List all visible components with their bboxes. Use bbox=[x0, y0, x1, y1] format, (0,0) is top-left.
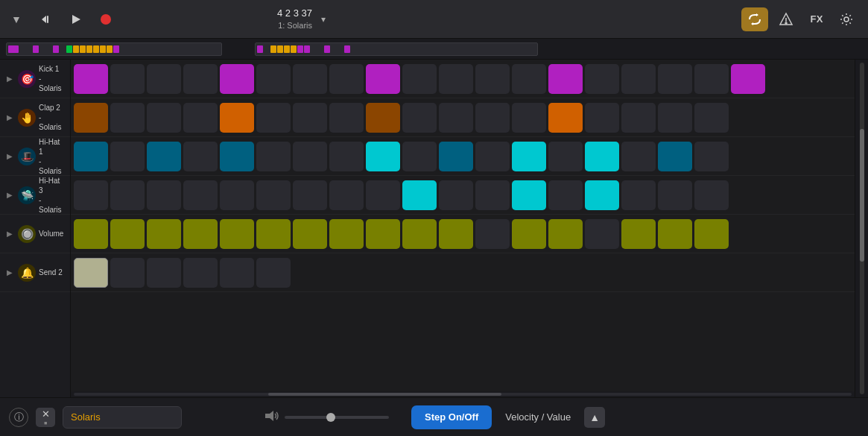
info-button[interactable]: ⓘ bbox=[9, 408, 28, 427]
step-kick1-10[interactable] bbox=[402, 64, 437, 94]
step-hihat3-12[interactable] bbox=[475, 180, 510, 210]
step-volume-16[interactable] bbox=[621, 219, 656, 249]
step-hihat1-9[interactable] bbox=[366, 142, 400, 171]
chevron-icon[interactable]: ▼ bbox=[9, 12, 24, 27]
expand-button[interactable]: ▲ bbox=[584, 407, 605, 428]
track-play-volume[interactable]: ▶ bbox=[4, 230, 15, 238]
step-hihat3-15[interactable] bbox=[585, 180, 619, 210]
track-play-clap2[interactable]: ▶ bbox=[4, 113, 15, 121]
step-clap2-13[interactable] bbox=[512, 103, 546, 133]
step-clap2-14[interactable] bbox=[548, 103, 583, 133]
step-hihat1-1[interactable] bbox=[74, 142, 108, 171]
step-hihat3-10[interactable] bbox=[402, 180, 437, 210]
step-send2-6[interactable] bbox=[256, 258, 291, 288]
close-button[interactable]: ✕ ■ bbox=[36, 408, 55, 427]
step-volume-3[interactable] bbox=[147, 219, 181, 249]
step-kick1-1[interactable] bbox=[74, 64, 108, 94]
step-kick1-18[interactable] bbox=[694, 64, 729, 94]
step-hihat3-16[interactable] bbox=[621, 180, 656, 210]
step-send2-2[interactable] bbox=[110, 258, 145, 288]
step-clap2-15[interactable] bbox=[585, 103, 619, 133]
step-hihat1-5[interactable] bbox=[220, 142, 254, 171]
step-kick1-8[interactable] bbox=[329, 64, 364, 94]
settings-button[interactable] bbox=[834, 8, 859, 31]
step-hihat3-8[interactable] bbox=[329, 180, 364, 210]
step-hihat3-11[interactable] bbox=[439, 180, 473, 210]
step-clap2-1[interactable] bbox=[74, 103, 108, 133]
step-send2-5[interactable] bbox=[220, 258, 254, 288]
mini-bar-left[interactable] bbox=[6, 42, 222, 56]
record-button[interactable] bbox=[95, 9, 116, 30]
step-hihat1-12[interactable] bbox=[475, 142, 510, 171]
step-hihat3-18[interactable] bbox=[694, 180, 729, 210]
step-hihat1-10[interactable] bbox=[402, 142, 437, 171]
step-volume-18[interactable] bbox=[694, 219, 729, 249]
step-kick1-17[interactable] bbox=[658, 64, 692, 94]
step-volume-9[interactable] bbox=[366, 219, 400, 249]
step-on-off-button[interactable]: Step On/Off bbox=[411, 405, 492, 429]
step-hihat1-4[interactable] bbox=[183, 142, 218, 171]
step-hihat1-13[interactable] bbox=[512, 142, 546, 171]
step-volume-8[interactable] bbox=[329, 219, 364, 249]
step-kick1-12[interactable] bbox=[475, 64, 510, 94]
step-clap2-2[interactable] bbox=[110, 103, 145, 133]
play-button[interactable] bbox=[66, 9, 86, 30]
step-kick1-16[interactable] bbox=[621, 64, 656, 94]
step-kick1-15[interactable] bbox=[585, 64, 619, 94]
step-volume-1[interactable] bbox=[74, 219, 108, 249]
step-clap2-4[interactable] bbox=[183, 103, 218, 133]
step-hihat3-5[interactable] bbox=[220, 180, 254, 210]
step-hihat3-7[interactable] bbox=[293, 180, 327, 210]
mini-bar-right[interactable] bbox=[255, 42, 538, 56]
step-kick1-6[interactable] bbox=[256, 64, 291, 94]
track-play-kick1[interactable]: ▶ bbox=[4, 75, 15, 83]
track-play-hihat1[interactable]: ▶ bbox=[4, 152, 15, 160]
step-hihat1-11[interactable] bbox=[439, 142, 473, 171]
track-play-send2[interactable]: ▶ bbox=[4, 268, 15, 277]
step-volume-2[interactable] bbox=[110, 219, 145, 249]
step-volume-13[interactable] bbox=[512, 219, 546, 249]
step-volume-11[interactable] bbox=[439, 219, 473, 249]
step-clap2-5[interactable] bbox=[220, 103, 254, 133]
step-volume-4[interactable] bbox=[183, 219, 218, 249]
step-volume-17[interactable] bbox=[658, 219, 692, 249]
step-kick1-19[interactable] bbox=[731, 64, 765, 94]
step-clap2-8[interactable] bbox=[329, 103, 364, 133]
step-hihat1-2[interactable] bbox=[110, 142, 145, 171]
step-clap2-3[interactable] bbox=[147, 103, 181, 133]
step-clap2-16[interactable] bbox=[621, 103, 656, 133]
step-hihat1-7[interactable] bbox=[293, 142, 327, 171]
step-kick1-11[interactable] bbox=[439, 64, 473, 94]
grid-scrollbar[interactable] bbox=[71, 391, 855, 397]
step-hihat1-3[interactable] bbox=[147, 142, 181, 171]
tuning-button[interactable] bbox=[773, 7, 799, 31]
step-clap2-9[interactable] bbox=[366, 103, 400, 133]
step-clap2-7[interactable] bbox=[293, 103, 327, 133]
velocity-value-button[interactable]: Velocity / Value bbox=[499, 405, 577, 429]
step-hihat3-6[interactable] bbox=[256, 180, 291, 210]
fx-button[interactable]: FX bbox=[804, 9, 829, 29]
step-volume-12[interactable] bbox=[475, 219, 510, 249]
step-volume-15[interactable] bbox=[585, 219, 619, 249]
step-clap2-6[interactable] bbox=[256, 103, 291, 133]
step-clap2-12[interactable] bbox=[475, 103, 510, 133]
step-hihat1-14[interactable] bbox=[548, 142, 583, 171]
step-hihat3-4[interactable] bbox=[183, 180, 218, 210]
step-hihat3-1[interactable] bbox=[74, 180, 108, 210]
step-hihat1-18[interactable] bbox=[694, 142, 729, 171]
step-volume-7[interactable] bbox=[293, 219, 327, 249]
step-kick1-5[interactable] bbox=[220, 64, 254, 94]
step-clap2-10[interactable] bbox=[402, 103, 437, 133]
step-clap2-17[interactable] bbox=[658, 103, 692, 133]
loop-button[interactable] bbox=[741, 7, 768, 31]
volume-slider[interactable] bbox=[285, 416, 389, 419]
step-hihat3-2[interactable] bbox=[110, 180, 145, 210]
step-send2-1[interactable] bbox=[74, 258, 108, 288]
step-volume-14[interactable] bbox=[548, 219, 583, 249]
step-hihat3-9[interactable] bbox=[366, 180, 400, 210]
step-hihat1-8[interactable] bbox=[329, 142, 364, 171]
pattern-name-input[interactable] bbox=[63, 406, 182, 429]
step-kick1-7[interactable] bbox=[293, 64, 327, 94]
step-clap2-18[interactable] bbox=[694, 103, 729, 133]
step-kick1-13[interactable] bbox=[512, 64, 546, 94]
